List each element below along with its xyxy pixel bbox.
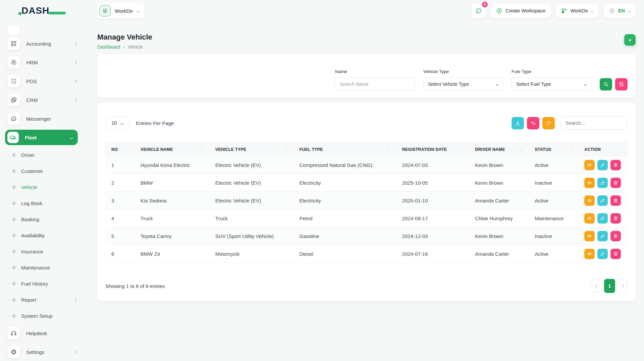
delete-button[interactable] <box>610 195 621 206</box>
column-header-vehicle-name[interactable]: VEHICLE NAME↑↓ <box>135 143 209 156</box>
sidebar-item-settings[interactable]: ⚙ Settings <box>0 343 89 361</box>
reset-filter-icon <box>619 81 624 87</box>
create-workspace-button[interactable]: Create Workspace <box>491 4 551 18</box>
fleet-submenu-item[interactable]: Booking <box>0 211 89 227</box>
export-button[interactable] <box>512 117 524 129</box>
sidebar-item-accounting[interactable]: Accounting <box>0 34 89 53</box>
delete-button[interactable] <box>610 178 621 188</box>
cell-vehicle-name: Toyota Camry <box>135 227 209 245</box>
cell-vehicle-type: Electric Vehicle (EV) <box>209 192 293 209</box>
view-button[interactable] <box>584 195 595 206</box>
fleet-submenu-item[interactable]: Customer <box>0 163 89 179</box>
filter-card: Name Vehicle Type Select Vehicle Type Fu… <box>97 54 636 98</box>
table-header-row: NO VEHICLE NAME↑↓ VEHICLE TYPE↑↓ FUEL TY… <box>105 143 628 156</box>
view-button[interactable] <box>584 213 595 224</box>
brand-logo[interactable]: DASH <box>21 5 65 21</box>
fleet-submenu-item[interactable]: Vehicle <box>0 179 89 195</box>
table-row: 1 Hyundai Kona Electric Electric Vehicle… <box>105 156 628 174</box>
chevron-down-icon <box>590 9 594 12</box>
workspace-menu-button[interactable]: WorkDo <box>556 4 599 18</box>
cell-vehicle-type: Electric Vehicle (EV) <box>209 156 293 174</box>
delete-button[interactable] <box>610 160 621 170</box>
sidebar-item-crm[interactable]: CRM <box>0 91 89 109</box>
view-button[interactable] <box>584 160 595 170</box>
edit-button[interactable] <box>597 195 608 206</box>
submenu-item-label: Vehicle <box>21 184 37 190</box>
cell-fuel-type: Diesel <box>293 245 396 263</box>
language-label: EN <box>618 8 625 13</box>
fleet-submenu-item[interactable]: Maintenance <box>0 259 89 276</box>
sort-icon: ↑↓ <box>201 147 203 151</box>
cell-status: Active <box>529 192 578 209</box>
messages-count-badge: 0 <box>482 2 488 7</box>
add-vehicle-button[interactable]: + <box>624 34 636 46</box>
messages-button[interactable]: 0 <box>471 3 486 18</box>
vehicle-type-select[interactable]: Select Vehicle Type <box>423 77 503 91</box>
table-toolbar: 10 Entries Per Page <box>105 116 628 130</box>
table-search-input[interactable] <box>560 116 628 130</box>
breadcrumb-dashboard-link[interactable]: Dashboard <box>97 44 120 50</box>
cell-vehicle-name: BMW <box>135 174 209 192</box>
filter-reset-button[interactable] <box>615 78 628 91</box>
filter-search-button[interactable] <box>600 78 612 91</box>
pencil-icon <box>600 251 605 256</box>
edit-button[interactable] <box>597 160 608 170</box>
workspace-switcher[interactable]: WorkDo <box>97 3 145 18</box>
fleet-submenu-item[interactable]: Fuel History <box>0 276 89 292</box>
cell-registration-date: 2025-10-05 <box>396 174 469 192</box>
cell-fuel-type: Compressed Natural Gas (CNG): <box>293 156 396 174</box>
name-filter-input[interactable] <box>335 77 415 91</box>
pagination-next-button[interactable] <box>617 280 628 292</box>
sidebar-item-label: POS <box>26 78 68 84</box>
sort-icon: ↑↓ <box>520 147 522 151</box>
entries-per-page-select[interactable]: 10 <box>105 117 129 129</box>
fuel-type-select[interactable]: Select Fuel Type <box>512 77 591 91</box>
sidebar-item-messenger[interactable]: Messenger <box>0 109 89 128</box>
fleet-submenu-item[interactable]: Driver <box>0 147 89 163</box>
sidebar-item-hrm[interactable]: HRM <box>0 53 89 72</box>
pagination-page-1[interactable]: 1 <box>604 279 615 293</box>
sidebar-item-fleet[interactable]: Fleet <box>5 130 78 145</box>
fleet-submenu-item[interactable]: Report <box>0 292 89 308</box>
column-header-vehicle-type[interactable]: VEHICLE TYPE↑↓ <box>209 143 293 156</box>
cell-driver-name: Amanda Carter <box>469 245 529 263</box>
submenu-item-label: Driver <box>21 152 35 158</box>
fleet-submenu-item[interactable]: Insurance <box>0 243 89 259</box>
sidebar-item-helpdesk[interactable]: Helpdesk <box>0 324 89 343</box>
fleet-submenu-item[interactable]: Log Book <box>0 195 89 211</box>
clipped-icon <box>7 26 20 34</box>
submenu-item-label: Maintenance <box>21 265 50 270</box>
refresh-button[interactable] <box>542 117 555 129</box>
language-selector[interactable]: EN <box>603 4 636 18</box>
vehicle-type-value: Select Vehicle Type <box>428 81 469 87</box>
edit-button[interactable] <box>597 213 608 224</box>
fuel-type-filter-label: Fule Type <box>512 69 591 74</box>
edit-button[interactable] <box>597 231 608 241</box>
submenu-item-label: Fuel History <box>21 281 48 287</box>
view-button[interactable] <box>584 249 595 259</box>
sidebar-item-pos[interactable]: POS <box>0 72 89 91</box>
delete-button[interactable] <box>610 213 621 224</box>
delete-button[interactable] <box>610 249 621 259</box>
sidebar-item-clipped[interactable] <box>0 26 89 34</box>
pagination-prev-button[interactable] <box>592 280 602 292</box>
plus-circle-icon <box>496 8 502 14</box>
view-button[interactable] <box>584 231 595 241</box>
view-button[interactable] <box>584 178 595 188</box>
fleet-submenu-item[interactable]: Availability <box>0 227 89 243</box>
undo-button[interactable] <box>527 117 539 129</box>
page-title: Manage Vehicle <box>97 33 152 42</box>
fleet-submenu-item[interactable]: System Setup <box>0 308 89 324</box>
eye-icon <box>587 216 592 221</box>
cell-fuel-type: Electricity <box>293 192 396 209</box>
sidebar-item-label: CRM <box>26 97 68 103</box>
edit-button[interactable] <box>597 249 608 259</box>
table-footer: Showing 1 to 6 of 6 entries 1 <box>105 279 628 293</box>
column-header-driver-name[interactable]: DRIVER NAME↑↓ <box>469 143 529 156</box>
column-header-status[interactable]: STATUS↑↓ <box>529 143 578 156</box>
edit-button[interactable] <box>597 178 608 188</box>
column-header-registration-date[interactable]: REGISTRATION DATE↑↓ <box>396 143 469 156</box>
column-header-fuel-type[interactable]: FUEL TYPE↑↓ <box>293 143 396 156</box>
logo-accent-bar <box>48 12 66 14</box>
delete-button[interactable] <box>610 231 621 241</box>
